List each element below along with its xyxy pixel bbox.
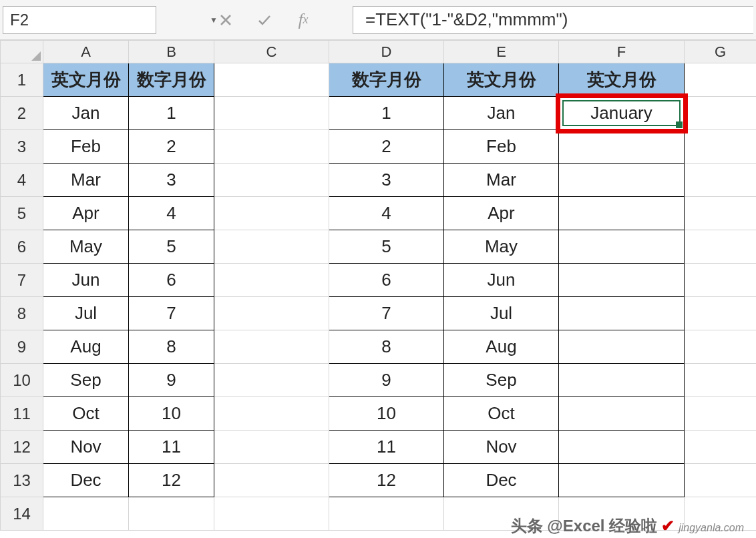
fill-handle[interactable]: [676, 121, 683, 128]
col-header-d[interactable]: D: [329, 41, 444, 63]
cell-b5[interactable]: 4: [129, 197, 214, 230]
cell-a11[interactable]: Oct: [43, 397, 129, 431]
name-box-container[interactable]: ▼: [3, 6, 156, 34]
cell-d1[interactable]: 数字月份: [329, 63, 444, 97]
cell-d3[interactable]: 2: [329, 130, 444, 164]
cell-e5[interactable]: Apr: [444, 197, 559, 230]
cell-e7[interactable]: Jun: [444, 264, 559, 297]
row-header-7[interactable]: 7: [1, 264, 43, 297]
cell-b14[interactable]: [129, 497, 214, 531]
cell-b6[interactable]: 5: [129, 230, 214, 264]
cell-g12[interactable]: [685, 431, 757, 464]
cell-e10[interactable]: Sep: [444, 364, 559, 397]
cell-f3[interactable]: [559, 130, 685, 164]
cell-d2[interactable]: 1: [329, 97, 444, 130]
cell-c2[interactable]: [214, 97, 329, 130]
cell-d11[interactable]: 10: [329, 397, 444, 431]
enter-icon[interactable]: [255, 11, 274, 29]
cell-b4[interactable]: 3: [129, 164, 214, 197]
cell-d5[interactable]: 4: [329, 197, 444, 230]
cell-e13[interactable]: Dec: [444, 464, 559, 497]
cell-f9[interactable]: [559, 330, 685, 364]
cell-d13[interactable]: 12: [329, 464, 444, 497]
cell-g5[interactable]: [685, 197, 757, 230]
cell-d7[interactable]: 6: [329, 264, 444, 297]
cell-f10[interactable]: [559, 364, 685, 397]
cell-g14[interactable]: [685, 497, 757, 531]
cell-e11[interactable]: Oct: [444, 397, 559, 431]
select-all-corner[interactable]: [1, 41, 43, 63]
cell-c11[interactable]: [214, 397, 329, 431]
fx-icon[interactable]: fx: [294, 11, 313, 29]
cell-f5[interactable]: [559, 197, 685, 230]
cell-g3[interactable]: [685, 130, 757, 164]
cell-a9[interactable]: Aug: [43, 330, 129, 364]
cell-c3[interactable]: [214, 130, 329, 164]
cell-e1[interactable]: 英文月份: [444, 63, 559, 97]
cell-d14[interactable]: [329, 497, 444, 531]
cell-d6[interactable]: 5: [329, 230, 444, 264]
cell-a14[interactable]: [43, 497, 129, 531]
cell-e6[interactable]: May: [444, 230, 559, 264]
cell-a3[interactable]: Feb: [43, 130, 129, 164]
row-header-12[interactable]: 12: [1, 431, 43, 464]
cell-c5[interactable]: [214, 197, 329, 230]
cell-g11[interactable]: [685, 397, 757, 431]
cell-f8[interactable]: [559, 297, 685, 330]
cell-f14[interactable]: [559, 497, 685, 531]
spreadsheet-grid[interactable]: A B C D E F G 1 英文月份 数字月份 数字月份 英文月份 英文月份…: [0, 40, 756, 531]
row-header-9[interactable]: 9: [1, 330, 43, 364]
cell-d9[interactable]: 8: [329, 330, 444, 364]
col-header-c[interactable]: C: [214, 41, 329, 63]
cell-g2[interactable]: [685, 97, 757, 130]
row-header-2[interactable]: 2: [1, 97, 43, 130]
cell-c13[interactable]: [214, 464, 329, 497]
cell-c12[interactable]: [214, 431, 329, 464]
formula-input[interactable]: [353, 6, 753, 34]
row-header-5[interactable]: 5: [1, 197, 43, 230]
cell-g1[interactable]: [685, 63, 757, 97]
cell-g8[interactable]: [685, 297, 757, 330]
row-header-6[interactable]: 6: [1, 230, 43, 264]
cell-b8[interactable]: 7: [129, 297, 214, 330]
cell-c8[interactable]: [214, 297, 329, 330]
cell-f12[interactable]: [559, 431, 685, 464]
cell-a10[interactable]: Sep: [43, 364, 129, 397]
cell-c14[interactable]: [214, 497, 329, 531]
row-header-4[interactable]: 4: [1, 164, 43, 197]
cell-g13[interactable]: [685, 464, 757, 497]
row-header-8[interactable]: 8: [1, 297, 43, 330]
cell-f7[interactable]: [559, 264, 685, 297]
row-header-10[interactable]: 10: [1, 364, 43, 397]
cell-e9[interactable]: Aug: [444, 330, 559, 364]
cell-c4[interactable]: [214, 164, 329, 197]
cell-d12[interactable]: 11: [329, 431, 444, 464]
col-header-e[interactable]: E: [444, 41, 559, 63]
cell-b13[interactable]: 12: [129, 464, 214, 497]
cell-e3[interactable]: Feb: [444, 130, 559, 164]
cell-d4[interactable]: 3: [329, 164, 444, 197]
cell-g6[interactable]: [685, 230, 757, 264]
cell-g9[interactable]: [685, 330, 757, 364]
cell-f1[interactable]: 英文月份: [559, 63, 685, 97]
cell-g7[interactable]: [685, 264, 757, 297]
row-header-1[interactable]: 1: [1, 63, 43, 97]
cell-b10[interactable]: 9: [129, 364, 214, 397]
cell-e12[interactable]: Nov: [444, 431, 559, 464]
cell-d8[interactable]: 7: [329, 297, 444, 330]
cell-c6[interactable]: [214, 230, 329, 264]
cell-c7[interactable]: [214, 264, 329, 297]
cell-c1[interactable]: [214, 63, 329, 97]
cell-b12[interactable]: 11: [129, 431, 214, 464]
row-header-14[interactable]: 14: [1, 497, 43, 531]
cell-d10[interactable]: 9: [329, 364, 444, 397]
cell-e4[interactable]: Mar: [444, 164, 559, 197]
cell-b3[interactable]: 2: [129, 130, 214, 164]
cell-b2[interactable]: 1: [129, 97, 214, 130]
col-header-a[interactable]: A: [43, 41, 129, 63]
row-header-3[interactable]: 3: [1, 130, 43, 164]
cell-e2[interactable]: Jan: [444, 97, 559, 130]
cell-f2[interactable]: January: [559, 97, 685, 130]
cell-c10[interactable]: [214, 364, 329, 397]
cell-a6[interactable]: May: [43, 230, 129, 264]
